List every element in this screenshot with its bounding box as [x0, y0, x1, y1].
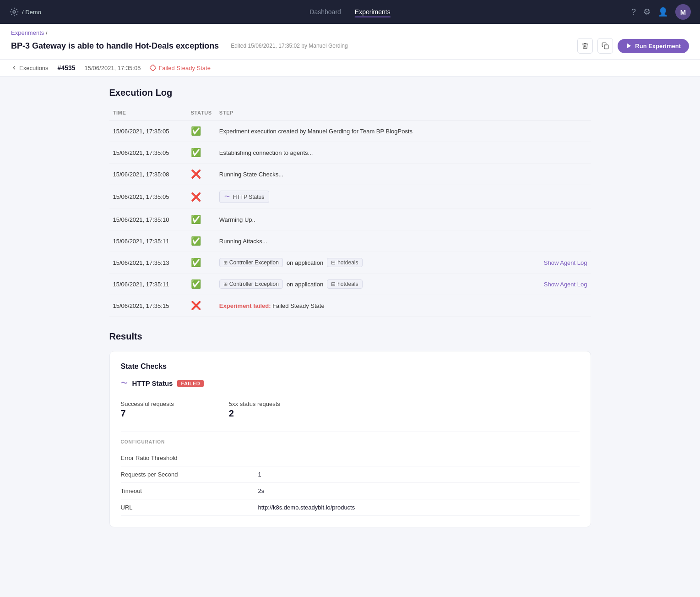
log-status: ✅	[187, 230, 216, 252]
config-label: CONFIGURATION	[121, 439, 580, 444]
fail-icon: ❌	[191, 301, 201, 310]
svg-rect-3	[150, 65, 156, 71]
run-experiment-button[interactable]: Run Experiment	[618, 39, 689, 53]
controller-exception-tag[interactable]: ⊞ Controller Exception	[219, 258, 283, 267]
svg-point-0	[13, 11, 16, 13]
log-status: ✅	[187, 120, 216, 142]
log-table: TIME STATUS STEP 15/06/2021, 17:35:05✅Ex…	[109, 107, 591, 317]
config-value: 2s	[258, 487, 265, 494]
copy-button[interactable]	[597, 38, 613, 54]
config-key: Requests per Second	[121, 471, 258, 478]
config-key: URL	[121, 504, 258, 511]
log-step: Running State Checks...	[216, 164, 591, 185]
config-section: CONFIGURATION Error Ratio Threshold Requ…	[121, 432, 580, 516]
state-checks-title: State Checks	[121, 362, 580, 371]
col-step: STEP	[216, 107, 591, 120]
log-time: 15/06/2021, 17:35:05	[109, 120, 187, 142]
log-time: 15/06/2021, 17:35:08	[109, 164, 187, 185]
config-row: Error Ratio Threshold	[121, 450, 580, 466]
http-status-tag[interactable]: 〜HTTP Status	[219, 191, 269, 203]
tag-icon: ⊞	[223, 260, 228, 266]
log-step: Establishing connection to agents...	[216, 142, 591, 164]
failed-step: Experiment failed: Failed Steady State	[219, 302, 587, 309]
log-time: 15/06/2021, 17:35:05	[109, 142, 187, 164]
back-to-executions[interactable]: Executions	[11, 65, 49, 71]
log-status: ✅	[187, 274, 216, 295]
show-agent-log-link[interactable]: Show Agent Log	[544, 259, 587, 266]
http-status-row: 〜 HTTP Status FAILED	[121, 379, 580, 388]
page-title-row: BP-3 Gateway is able to handle Hot-Deals…	[11, 38, 689, 54]
log-step: Experiment execution created by Manuel G…	[216, 120, 591, 142]
logo-text: / Demo	[22, 9, 41, 16]
hotdeals-icon: ⊟	[331, 259, 336, 266]
results-section: Results State Checks 〜 HTTP Status FAILE…	[109, 331, 591, 527]
header-actions: Run Experiment	[577, 38, 689, 54]
success-icon: ✅	[191, 126, 201, 136]
delete-button[interactable]	[577, 38, 593, 54]
attack-step-row: ⊞ Controller Exception on application ⊟ …	[219, 279, 587, 289]
fail-icon: ❌	[191, 170, 201, 179]
nav-experiments[interactable]: Experiments	[355, 6, 391, 17]
execution-status: Failed Steady State	[150, 65, 210, 71]
log-step: ⊞ Controller Exception on application ⊟ …	[216, 252, 591, 274]
config-row: Timeout 2s	[121, 483, 580, 499]
settings-icon[interactable]: ⚙	[643, 7, 651, 17]
log-time: 15/06/2021, 17:35:10	[109, 209, 187, 230]
log-row: 15/06/2021, 17:35:05✅Establishing connec…	[109, 142, 591, 164]
nav-links: Dashboard Experiments	[309, 6, 390, 17]
help-icon[interactable]: ?	[631, 7, 636, 17]
http-status-label: HTTP Status	[132, 379, 173, 387]
success-icon: ✅	[191, 279, 201, 289]
log-row: 15/06/2021, 17:35:13✅ ⊞ Controller Excep…	[109, 252, 591, 274]
execution-log-section: Execution Log TIME STATUS STEP 15/06/202…	[109, 88, 591, 317]
user-icon[interactable]: 👤	[658, 7, 668, 17]
results-card: State Checks 〜 HTTP Status FAILED Succes…	[109, 351, 591, 527]
attack-step-row: ⊞ Controller Exception on application ⊟ …	[219, 258, 587, 267]
log-row: 15/06/2021, 17:35:08❌Running State Check…	[109, 164, 591, 185]
log-status: ✅	[187, 252, 216, 274]
breadcrumb: Experiments /	[11, 29, 689, 36]
log-status: ❌	[187, 295, 216, 317]
show-agent-log-link[interactable]: Show Agent Log	[544, 281, 587, 288]
hotdeals-icon: ⊟	[331, 281, 336, 287]
metric-5xx-value: 2	[229, 408, 280, 419]
log-step: Experiment failed: Failed Steady State	[216, 295, 591, 317]
execution-log-title: Execution Log	[109, 88, 591, 98]
avatar[interactable]: M	[675, 4, 691, 20]
metrics-row: Successful requests 7 5xx status request…	[121, 396, 580, 423]
config-value: http://k8s.demo.steadybit.io/products	[258, 504, 355, 511]
metric-successful: Successful requests 7	[121, 400, 174, 419]
col-status: STATUS	[187, 107, 216, 120]
main-content: Execution Log TIME STATUS STEP 15/06/202…	[98, 77, 602, 538]
execution-time: 15/06/2021, 17:35:05	[85, 65, 141, 71]
log-row: 15/06/2021, 17:35:11✅Running Attacks...	[109, 230, 591, 252]
log-row: 15/06/2021, 17:35:10✅Warming Up..	[109, 209, 591, 230]
execution-id: #4535	[58, 64, 76, 71]
hotdeals-tag: ⊟ hotdeals	[327, 279, 362, 289]
page-title: BP-3 Gateway is able to handle Hot-Deals…	[11, 41, 219, 51]
page-header: Experiments / BP-3 Gateway is able to ha…	[0, 24, 700, 60]
success-icon: ✅	[191, 236, 201, 246]
breadcrumb-separator: /	[46, 29, 48, 36]
logo[interactable]: / Demo	[9, 7, 41, 17]
config-row: Requests per Second 1	[121, 466, 580, 483]
metric-successful-label: Successful requests	[121, 400, 174, 407]
config-key: Timeout	[121, 487, 258, 494]
failed-label: Experiment failed:	[219, 302, 271, 309]
svg-marker-2	[627, 44, 631, 49]
log-time: 15/06/2021, 17:35:11	[109, 230, 187, 252]
tag-icon: ⊞	[223, 281, 228, 287]
config-row: URL http://k8s.demo.steadybit.io/product…	[121, 499, 580, 516]
on-application-text: on application	[287, 259, 323, 266]
edited-by: Edited 15/06/2021, 17:35:02 by Manuel Ge…	[231, 43, 348, 49]
nav-dashboard[interactable]: Dashboard	[309, 6, 341, 17]
log-row: 15/06/2021, 17:35:15❌Experiment failed: …	[109, 295, 591, 317]
log-step: Running Attacks...	[216, 230, 591, 252]
log-row: 15/06/2021, 17:35:05❌〜HTTP Status	[109, 185, 591, 209]
success-icon: ✅	[191, 258, 201, 267]
controller-exception-tag[interactable]: ⊞ Controller Exception	[219, 279, 283, 289]
log-status: ❌	[187, 185, 216, 209]
log-step: 〜HTTP Status	[216, 185, 591, 209]
execution-bar: Executions #4535 15/06/2021, 17:35:05 Fa…	[0, 60, 700, 77]
breadcrumb-link[interactable]: Experiments	[11, 29, 44, 36]
